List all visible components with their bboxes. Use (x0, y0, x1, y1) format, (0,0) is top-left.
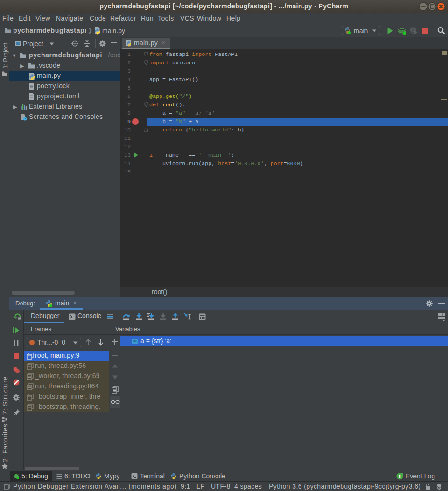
svg-text:3: 3 (399, 474, 401, 479)
